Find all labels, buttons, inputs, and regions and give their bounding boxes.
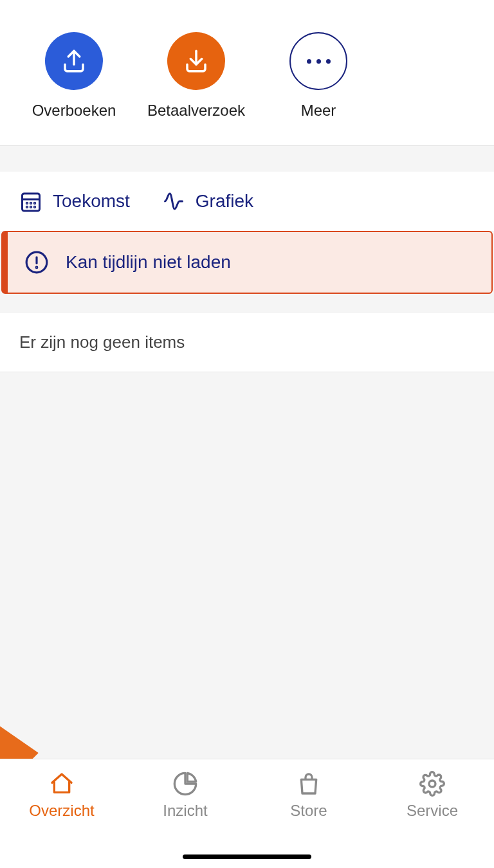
svg-point-7 [34, 206, 35, 208]
nav-insight-label: Inzicht [163, 802, 207, 820]
bottom-navigation: Overzicht Inzicht Store Service [0, 759, 494, 868]
view-tabs: Toekomst Grafiek [0, 172, 494, 231]
transfer-button[interactable]: Overboeken [13, 32, 135, 120]
error-message: Kan tijdlijn niet laden [66, 252, 231, 273]
more-dots-icon [289, 32, 347, 90]
gear-icon [419, 771, 445, 797]
nav-overview-label: Overzicht [29, 802, 94, 820]
download-icon [167, 32, 225, 90]
nav-service[interactable]: Service [370, 759, 494, 868]
nav-store[interactable]: Store [247, 759, 370, 868]
svg-point-3 [30, 203, 32, 204]
svg-point-2 [26, 203, 28, 204]
tab-graph-label: Grafiek [196, 191, 253, 212]
tab-future-label: Toekomst [53, 191, 130, 212]
calendar-icon [19, 190, 42, 213]
tab-graph[interactable]: Grafiek [162, 190, 253, 213]
svg-point-6 [30, 206, 32, 208]
wave-icon [162, 190, 185, 213]
svg-point-11 [429, 781, 435, 787]
empty-message: Er zijn nog geen items [19, 332, 475, 352]
nav-insight[interactable]: Inzicht [124, 759, 247, 868]
alert-circle-icon [24, 250, 49, 275]
nav-store-label: Store [290, 802, 327, 820]
pie-chart-icon [172, 771, 198, 797]
nav-overview[interactable]: Overzicht [0, 759, 124, 868]
transfer-label: Overboeken [32, 102, 116, 120]
empty-state: Er zijn nog geen items [0, 313, 494, 372]
error-banner: Kan tijdlijn niet laden [1, 231, 493, 294]
payment-request-label: Betaalverzoek [147, 102, 245, 120]
svg-point-10 [36, 267, 37, 268]
home-icon [49, 771, 75, 797]
more-label: Meer [301, 102, 336, 120]
bag-icon [296, 771, 322, 797]
svg-point-4 [34, 203, 35, 204]
upload-icon [45, 32, 103, 90]
svg-point-5 [26, 206, 28, 208]
more-button[interactable]: Meer [257, 32, 380, 120]
payment-request-button[interactable]: Betaalverzoek [135, 32, 257, 120]
home-indicator[interactable] [183, 854, 311, 859]
quick-actions-row: Overboeken Betaalverzoek Meer [0, 0, 494, 146]
tab-future[interactable]: Toekomst [19, 190, 130, 213]
nav-service-label: Service [407, 802, 458, 820]
